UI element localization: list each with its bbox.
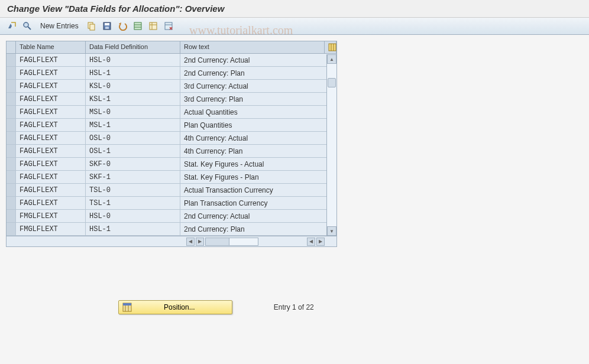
hscroll-track[interactable] (205, 238, 258, 246)
table-row[interactable]: FAGLFLEXTKSL-13rd Currency: Plan (7, 93, 336, 106)
cell-row-text[interactable]: Actual Quantities (180, 106, 336, 118)
row-selector[interactable] (7, 132, 16, 144)
cell-data-field[interactable]: OSL-0 (86, 132, 180, 144)
select-all-icon[interactable] (132, 20, 144, 32)
cell-table-name[interactable]: FMGLFLEXT (16, 210, 86, 222)
hscroll-left-icon[interactable]: ◀ (186, 238, 195, 246)
cell-row-text[interactable]: 4th Currency: Actual (180, 132, 336, 144)
cell-row-text[interactable]: 2nd Currency: Plan (180, 223, 336, 235)
toggle-display-icon[interactable] (6, 20, 18, 32)
column-header-table-name[interactable]: Table Name (16, 41, 86, 53)
vertical-scrollbar[interactable]: ▲ ▼ (326, 54, 336, 236)
table-row[interactable]: FMGLFLEXTHSL-12nd Currency: Plan (7, 223, 336, 236)
undo-icon[interactable] (116, 20, 128, 32)
cell-table-name[interactable]: FAGLFLEXT (16, 197, 86, 209)
row-selector[interactable] (7, 223, 16, 235)
row-selector[interactable] (7, 158, 16, 170)
cell-table-name[interactable]: FAGLFLEXT (16, 145, 86, 157)
position-label: Position... (164, 303, 195, 311)
cell-data-field[interactable]: SKF-1 (86, 171, 180, 183)
table-row[interactable]: FAGLFLEXTHSL-12nd Currency: Plan (7, 67, 336, 80)
copy-icon[interactable] (86, 20, 98, 32)
cell-table-name[interactable]: FAGLFLEXT (16, 54, 86, 66)
hscroll-thumb[interactable] (206, 238, 229, 245)
scroll-track[interactable] (327, 64, 336, 226)
select-all-column[interactable] (7, 41, 16, 53)
configure-columns-icon[interactable] (325, 41, 336, 53)
cell-data-field[interactable]: SKF-0 (86, 158, 180, 170)
cell-table-name[interactable]: FAGLFLEXT (16, 132, 86, 144)
hscroll-right2-icon[interactable]: ▶ (316, 238, 325, 246)
new-entries-button[interactable]: New Entries (37, 22, 82, 30)
cell-table-name[interactable]: FMGLFLEXT (16, 223, 86, 235)
row-selector[interactable] (7, 184, 16, 196)
cell-data-field[interactable]: HSL-1 (86, 67, 180, 79)
cell-row-text[interactable]: Plan Quantities (180, 119, 336, 131)
cell-table-name[interactable]: FAGLFLEXT (16, 119, 86, 131)
table-body: FAGLFLEXTHSL-02nd Currency: ActualFAGLFL… (7, 54, 336, 236)
table-row[interactable]: FAGLFLEXTKSL-03rd Currency: Actual (7, 80, 336, 93)
table-row[interactable]: FAGLFLEXTMSL-0Actual Quantities (7, 106, 336, 119)
cell-table-name[interactable]: FAGLFLEXT (16, 184, 86, 196)
cell-row-text[interactable]: 4th Currency: Plan (180, 145, 336, 157)
hscroll-left2-icon[interactable]: ◀ (307, 238, 315, 246)
cell-row-text[interactable]: 2nd Currency: Actual (180, 210, 336, 222)
cell-data-field[interactable]: OSL-1 (86, 145, 180, 157)
row-selector[interactable] (7, 93, 16, 105)
column-header-data-field[interactable]: Data Field Definition (86, 41, 180, 53)
row-selector[interactable] (7, 210, 16, 222)
row-selector[interactable] (7, 119, 16, 131)
table-row[interactable]: FAGLFLEXTHSL-02nd Currency: Actual (7, 54, 336, 67)
hscroll-right-icon[interactable]: ▶ (196, 238, 204, 246)
cell-table-name[interactable]: FAGLFLEXT (16, 171, 86, 183)
cell-table-name[interactable]: FAGLFLEXT (16, 158, 86, 170)
cell-data-field[interactable]: KSL-1 (86, 93, 180, 105)
cell-data-field[interactable]: MSL-1 (86, 119, 180, 131)
column-header-row-text[interactable]: Row text (180, 41, 325, 53)
save-icon[interactable] (101, 20, 113, 32)
cell-row-text[interactable]: 3rd Currency: Actual (180, 80, 336, 92)
row-selector[interactable] (7, 145, 16, 157)
horizontal-scrollbar[interactable]: ◀ ▶ ◀ ▶ (7, 236, 336, 246)
cell-row-text[interactable]: 2nd Currency: Plan (180, 67, 336, 79)
cell-table-name[interactable]: FAGLFLEXT (16, 106, 86, 118)
row-selector[interactable] (7, 67, 16, 79)
row-selector[interactable] (7, 197, 16, 209)
cell-data-field[interactable]: TSL-0 (86, 184, 180, 196)
deselect-icon[interactable] (147, 20, 159, 32)
row-selector[interactable] (7, 54, 16, 66)
cell-data-field[interactable]: TSL-1 (86, 197, 180, 209)
data-table: Table Name Data Field Definition Row tex… (6, 41, 337, 247)
cell-row-text[interactable]: Plan Transaction Currency (180, 197, 336, 209)
delete-icon[interactable] (163, 20, 174, 32)
cell-data-field[interactable]: MSL-0 (86, 106, 180, 118)
cell-data-field[interactable]: HSL-0 (86, 210, 180, 222)
cell-row-text[interactable]: 2nd Currency: Actual (180, 54, 336, 66)
cell-row-text[interactable]: Stat. Key Figures - Plan (180, 171, 336, 183)
table-row[interactable]: FAGLFLEXTTSL-1Plan Transaction Currency (7, 197, 336, 210)
row-selector[interactable] (7, 106, 16, 118)
cell-data-field[interactable]: HSL-1 (86, 223, 180, 235)
scroll-thumb[interactable] (328, 78, 336, 87)
cell-table-name[interactable]: FAGLFLEXT (16, 93, 86, 105)
table-row[interactable]: FAGLFLEXTTSL-0Actual Transaction Currenc… (7, 184, 336, 197)
table-row[interactable]: FAGLFLEXTSKF-0Stat. Key Figures - Actual (7, 158, 336, 171)
row-selector[interactable] (7, 80, 16, 92)
table-row[interactable]: FAGLFLEXTOSL-14th Currency: Plan (7, 145, 336, 158)
cell-row-text[interactable]: Actual Transaction Currency (180, 184, 336, 196)
scroll-down-arrow[interactable]: ▼ (327, 226, 336, 236)
table-row[interactable]: FAGLFLEXTSKF-1Stat. Key Figures - Plan (7, 171, 336, 184)
table-row[interactable]: FAGLFLEXTMSL-1Plan Quantities (7, 119, 336, 132)
cell-table-name[interactable]: FAGLFLEXT (16, 67, 86, 79)
cell-row-text[interactable]: Stat. Key Figures - Actual (180, 158, 336, 170)
table-row[interactable]: FAGLFLEXTOSL-04th Currency: Actual (7, 132, 336, 145)
find-icon[interactable] (21, 20, 33, 32)
cell-row-text[interactable]: 3rd Currency: Plan (180, 93, 336, 105)
row-selector[interactable] (7, 171, 16, 183)
cell-data-field[interactable]: KSL-0 (86, 80, 180, 92)
cell-data-field[interactable]: HSL-0 (86, 54, 180, 66)
scroll-up-arrow[interactable]: ▲ (327, 54, 336, 64)
table-row[interactable]: FMGLFLEXTHSL-02nd Currency: Actual (7, 210, 336, 223)
cell-table-name[interactable]: FAGLFLEXT (16, 80, 86, 92)
position-button[interactable]: Position... (118, 300, 232, 314)
